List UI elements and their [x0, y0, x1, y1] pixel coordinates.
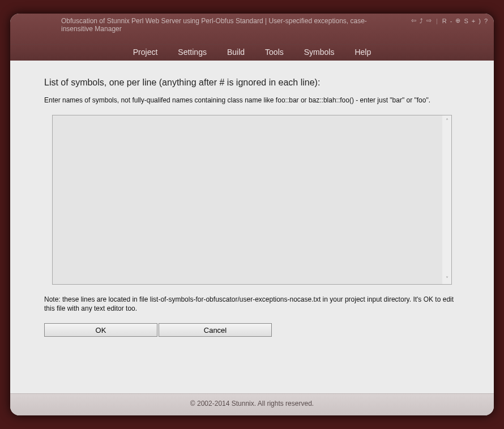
- content: List of symbols, one per line (anything …: [10, 61, 494, 393]
- nav-symbols[interactable]: Symbols: [294, 45, 345, 61]
- dash-icon[interactable]: -: [450, 18, 453, 24]
- nav-project[interactable]: Project: [123, 45, 168, 61]
- toolbar: ⇦ ⤴ ⇨ | R - ⊕ S + ) ?: [411, 17, 488, 24]
- nav-settings[interactable]: Settings: [168, 45, 217, 61]
- nav-help[interactable]: Help: [344, 45, 381, 61]
- button-row: OK Cancel: [44, 323, 460, 337]
- nav-build[interactable]: Build: [217, 45, 255, 61]
- copyright-text: © 2002-2014 Stunnix. All rights reserved…: [190, 400, 314, 407]
- back-icon[interactable]: ⇦: [411, 17, 417, 24]
- scroll-up-icon[interactable]: ˄: [446, 118, 449, 124]
- nav-tools[interactable]: Tools: [255, 45, 294, 61]
- symbols-textarea-container: ˄ ˅: [52, 115, 452, 285]
- app-window: Obfuscation of Stunnix Perl Web Server u…: [10, 14, 494, 415]
- reload-icon[interactable]: R: [442, 18, 447, 24]
- plus-icon[interactable]: +: [471, 18, 476, 24]
- cancel-button[interactable]: Cancel: [159, 323, 272, 337]
- window-title: Obfuscation of Stunnix Perl Web Server u…: [61, 17, 401, 33]
- scroll-down-icon[interactable]: ˅: [446, 276, 449, 282]
- add-icon[interactable]: ⊕: [455, 17, 461, 24]
- paren-icon[interactable]: ): [478, 18, 481, 24]
- page-heading: List of symbols, one per line (anything …: [44, 78, 460, 88]
- symbols-textarea[interactable]: [53, 115, 442, 284]
- scrollbar[interactable]: ˄ ˅: [442, 115, 451, 284]
- description-text: Enter names of symbols, not fully-qualif…: [44, 96, 460, 105]
- footer: © 2002-2014 Stunnix. All rights reserved…: [10, 393, 494, 415]
- header: Obfuscation of Stunnix Perl Web Server u…: [10, 14, 494, 44]
- main-nav: Project Settings Build Tools Symbols Hel…: [10, 44, 494, 61]
- separator: |: [435, 18, 438, 24]
- note-text: Note: these lines are located in file li…: [44, 295, 460, 313]
- forward-icon[interactable]: ⇨: [426, 17, 432, 24]
- help-icon[interactable]: ?: [484, 18, 488, 24]
- ok-button[interactable]: OK: [44, 323, 157, 337]
- up-icon[interactable]: ⤴: [419, 18, 424, 24]
- s-icon[interactable]: S: [463, 18, 468, 24]
